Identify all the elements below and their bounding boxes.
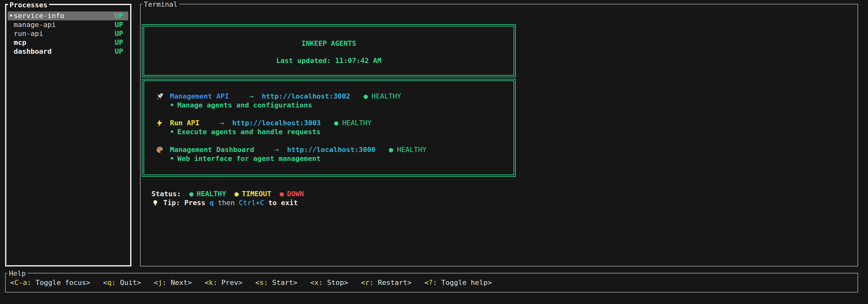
terminal-output: INKEEP AGENTS Last updated: 11:07:42 AM … [141, 4, 858, 207]
shortcut-quit: <q: Quit> [103, 278, 141, 286]
legend-healthy-label: HEALTHY [197, 190, 226, 198]
process-status-badge: UP [115, 29, 123, 38]
tip-line: Tip: Press q then Ctrl+C to exit [142, 198, 858, 207]
service-management-api: Management API → http://localhost:3002 ●… [156, 92, 514, 110]
service-run-api: Run API → http://localhost:3003 ● HEALTH… [156, 119, 514, 136]
processes-panel-title: Processes [8, 1, 49, 10]
last-updated-text: Last updated: 11:07:42 AM [144, 56, 514, 65]
app-title: INKEEP AGENTS [144, 39, 514, 48]
process-status-badge: UP [115, 20, 123, 29]
health-dot-icon: ● [364, 92, 368, 101]
process-name: mcp [14, 38, 115, 47]
rocket-icon [156, 92, 170, 100]
arrow-right-icon: → [275, 145, 279, 154]
timeout-dot-icon: ● [235, 190, 239, 198]
services-box: Management API → http://localhost:3002 ●… [142, 79, 516, 177]
process-row-mcp[interactable]: mcp UP [8, 38, 128, 47]
health-dot-icon: ● [334, 119, 338, 128]
lightning-icon [156, 119, 170, 127]
service-description: Web interface for agent management [177, 155, 320, 163]
service-url[interactable]: http://localhost:3003 [232, 119, 321, 128]
legend-timeout: ● TIMEOUT [235, 190, 271, 198]
health-dot-icon: ● [389, 145, 393, 154]
status-legend: Status: ● HEALTHY ● TIMEOUT ● DOWN [142, 190, 858, 198]
legend-healthy: ● HEALTHY [189, 190, 226, 198]
process-status-badge: UP [115, 38, 123, 47]
tip-key-ctrl-c: Ctrl+C [239, 198, 264, 207]
service-health-status: HEALTHY [372, 92, 401, 101]
bullet-icon: • [170, 155, 174, 163]
process-status-badge: UP [115, 11, 123, 20]
process-name: service-info [14, 11, 115, 20]
status-legend-label: Status: [151, 190, 181, 198]
service-health-status: HEALTHY [397, 145, 427, 154]
help-panel-title: Help [7, 269, 27, 278]
process-name: dashboard [14, 47, 115, 56]
healthy-dot-icon: ● [189, 190, 193, 198]
service-description: Execute agents and handle requests [177, 128, 320, 136]
shortcut-next: <j: Next> [154, 278, 191, 286]
shortcut-start: <s: Start> [255, 278, 297, 286]
tip-text: Tip: Press [163, 198, 205, 207]
process-row-run-api[interactable]: run-api UP [8, 29, 128, 38]
arrow-right-icon: → [249, 92, 253, 101]
service-health-status: HEALTHY [342, 119, 372, 128]
process-row-dashboard[interactable]: dashboard UP [8, 47, 128, 56]
shortcut-restart: <r: Restart> [361, 278, 412, 286]
process-name: manage-api [14, 20, 115, 29]
legend-down: ● DOWN [280, 190, 304, 198]
arrow-right-icon: → [220, 119, 224, 128]
service-url[interactable]: http://localhost:3002 [262, 92, 350, 101]
legend-timeout-label: TIMEOUT [242, 190, 271, 198]
down-dot-icon: ● [280, 190, 284, 198]
service-name: Management Dashboard [170, 145, 254, 154]
help-panel: Help <C-a: Toggle focus> <q: Quit> <j: N… [5, 273, 858, 293]
process-name: run-api [14, 29, 115, 38]
process-row-manage-api[interactable]: manage-api UP [8, 20, 128, 29]
palette-icon [156, 146, 170, 154]
service-url[interactable]: http://localhost:3000 [287, 145, 375, 154]
process-row-service-info[interactable]: • service-info UP [8, 11, 128, 20]
lightbulb-icon [151, 199, 163, 207]
shortcut-toggle-help: <?: Toggle help> [425, 278, 492, 286]
service-name: Run API [170, 119, 199, 128]
selected-marker: • [9, 11, 14, 20]
service-management-dashboard: Management Dashboard → http://localhost:… [156, 145, 514, 163]
shortcut-toggle-focus: <C-a: Toggle focus> [10, 278, 90, 286]
bullet-icon: • [170, 101, 174, 109]
bullet-icon: • [170, 128, 174, 136]
tip-text: to exit [268, 198, 298, 207]
service-name: Management API [170, 92, 229, 101]
terminal-panel[interactable]: Terminal INKEEP AGENTS Last updated: 11:… [140, 4, 858, 267]
process-list: • service-info UP manage-api UP run-api … [6, 5, 130, 56]
shortcut-stop: <x: Stop> [310, 278, 348, 286]
tip-key-q: q [209, 198, 214, 207]
service-description: Manage agents and configurations [177, 101, 312, 109]
tip-text: then [218, 198, 235, 207]
shortcut-prev: <k: Prev> [205, 278, 243, 286]
agents-header-box: INKEEP AGENTS Last updated: 11:07:42 AM [142, 24, 516, 77]
help-shortcuts: <C-a: Toggle focus> <q: Quit> <j: Next> … [6, 273, 858, 287]
legend-down-label: DOWN [287, 190, 304, 198]
process-status-badge: UP [115, 47, 123, 56]
processes-panel: Processes • service-info UP manage-api U… [5, 4, 131, 267]
app-screen: Processes • service-info UP manage-api U… [0, 0, 868, 304]
terminal-panel-title: Terminal [142, 0, 179, 9]
